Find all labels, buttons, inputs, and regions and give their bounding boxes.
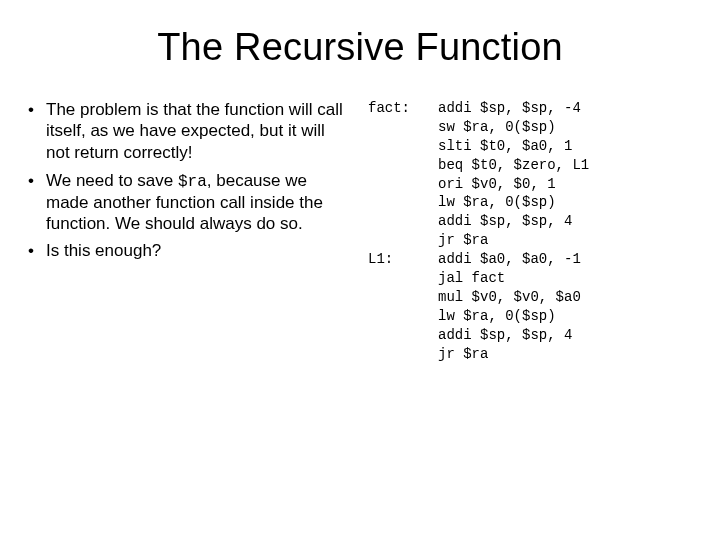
- list-item: Is this enough?: [24, 240, 348, 262]
- slide-body: The problem is that the function will ca…: [0, 79, 720, 363]
- asm-labels: fact: L1:: [368, 99, 438, 363]
- left-column: The problem is that the function will ca…: [24, 99, 360, 363]
- slide: The Recursive Function The problem is th…: [0, 0, 720, 540]
- asm-code: addi $sp, $sp, -4 sw $ra, 0($sp) slti $t…: [438, 99, 589, 363]
- bullet-text: Is this enough?: [46, 241, 161, 260]
- bullet-code: $ra: [178, 173, 207, 191]
- list-item: We need to save $ra, because we made ano…: [24, 170, 348, 235]
- slide-title: The Recursive Function: [0, 0, 720, 79]
- bullet-text: We need to save: [46, 171, 178, 190]
- list-item: The problem is that the function will ca…: [24, 99, 348, 164]
- right-column: fact: L1: addi $sp, $sp, -4 sw $ra, 0($s…: [360, 99, 696, 363]
- bullet-list: The problem is that the function will ca…: [24, 99, 348, 262]
- bullet-text: The problem is that the function will ca…: [46, 100, 343, 162]
